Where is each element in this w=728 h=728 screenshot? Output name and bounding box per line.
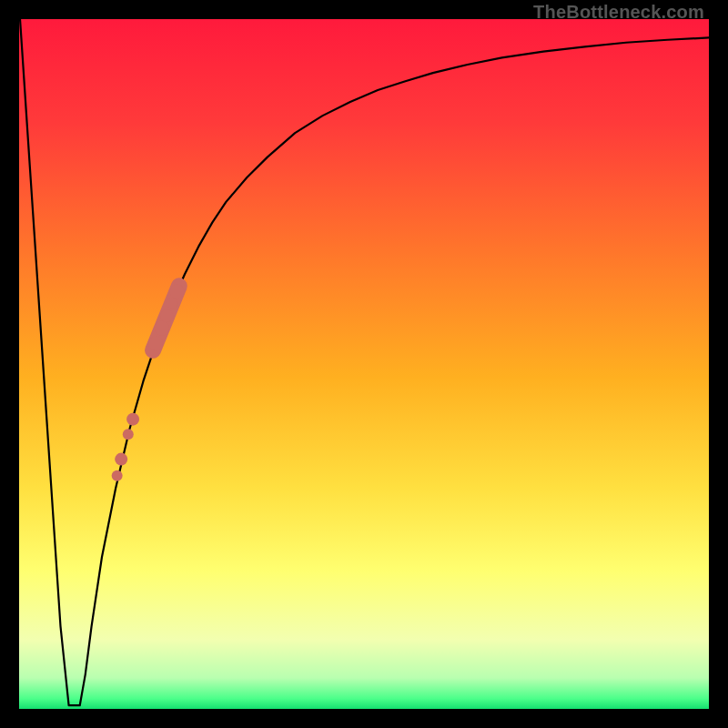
- bottleneck-curve: [19, 19, 709, 705]
- curve-marker: [115, 453, 127, 466]
- curve-marker: [123, 429, 134, 440]
- curve-marker: [170, 284, 185, 298]
- curve-marker: [148, 336, 163, 350]
- plot-area: [19, 19, 709, 709]
- curve-layer: [19, 19, 709, 709]
- chart-frame: TheBottleneck.com: [0, 0, 728, 728]
- curve-marker: [155, 321, 169, 336]
- curve-marker: [112, 470, 123, 481]
- curve-marker: [167, 298, 177, 308]
- curve-marker: [160, 309, 173, 322]
- curve-marker: [126, 413, 139, 426]
